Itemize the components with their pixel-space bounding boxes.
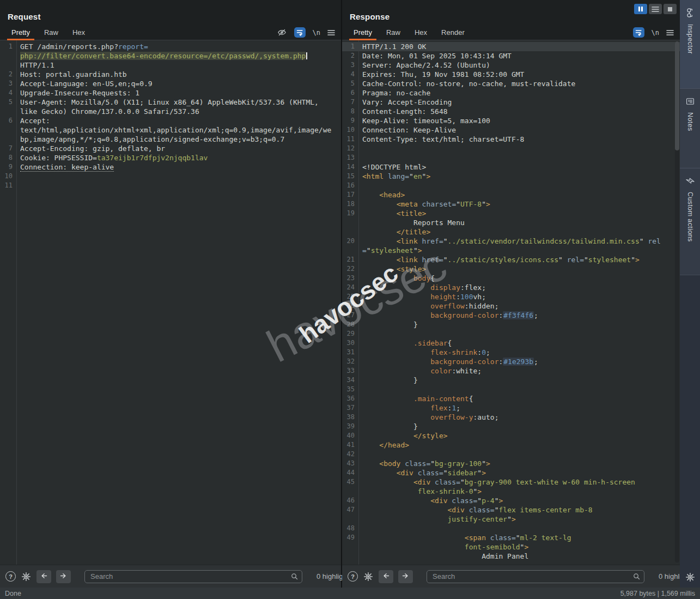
line-number [342, 515, 359, 524]
line-number: 11 [342, 135, 359, 144]
request-editor[interactable]: 1GET /admin/reports.php?report=php://fil… [0, 40, 341, 565]
line-number [0, 125, 17, 135]
line-number: 17 [342, 190, 359, 199]
sidebar-item-label: Inspector [686, 24, 694, 54]
arrow-right-icon [59, 572, 68, 581]
sidebar-item-notes[interactable]: Notes [680, 88, 700, 168]
response-tab-raw[interactable]: Raw [379, 26, 407, 40]
line-number: 23 [342, 274, 359, 283]
gear-icon[interactable] [363, 571, 374, 582]
help-icon[interactable]: ? [348, 571, 358, 582]
search-input[interactable] [84, 570, 302, 583]
pause-button[interactable] [634, 4, 647, 14]
stop-button[interactable] [664, 4, 677, 14]
line-number: 1 [0, 42, 17, 51]
line-number [342, 227, 359, 237]
menu-icon[interactable] [666, 29, 674, 36]
line-number: 21 [342, 255, 359, 264]
arrow-left-icon [382, 572, 390, 581]
forward-arrow-button[interactable] [56, 570, 71, 583]
code-line: 39 } [342, 422, 680, 431]
line-number [342, 487, 359, 496]
word-wrap-icon[interactable] [633, 27, 644, 38]
line-number: 47 [342, 505, 359, 515]
back-arrow-button[interactable] [379, 570, 393, 583]
newline-icon[interactable]: \n [313, 29, 320, 37]
code-line: 47 <div class="flex items-center mb-8 [342, 505, 680, 515]
glasses-icon [685, 8, 695, 18]
code-line: 6Pragma: no-cache [342, 88, 680, 98]
response-panel: Response PrettyRawHexRender \n 1HTTP/1.1… [342, 0, 680, 588]
code-line: php://filter/convert.base64-encode/resou… [0, 51, 341, 60]
line-number: 34 [342, 376, 359, 385]
line-number: 12 [342, 144, 359, 153]
request-search-bar: ? 0 highlights [0, 565, 341, 588]
help-icon[interactable]: ? [5, 571, 16, 582]
code-line: 13 [342, 153, 680, 162]
code-line: 17 <head> [342, 190, 680, 199]
code-line: flex-shrink-0"> [342, 487, 680, 496]
gear-icon[interactable] [680, 572, 700, 583]
code-line: text/html,application/xhtml+xml,applicat… [0, 125, 341, 135]
hidden-chars-icon[interactable] [277, 27, 287, 38]
newline-icon[interactable]: \n [652, 29, 659, 37]
code-line: 19 <title> [342, 209, 680, 218]
magnifier-icon [632, 572, 641, 583]
line-number: 9 [342, 116, 359, 125]
line-number: 2 [342, 51, 359, 60]
code-line: 49 <span class="ml-2 text-lg [342, 533, 680, 542]
code-line: 10Connection: Keep-Alive [342, 125, 680, 135]
line-number: 1 [342, 42, 359, 51]
code-line: Admin Panel [342, 552, 680, 561]
request-tab-hex[interactable]: Hex [65, 26, 92, 40]
code-line: HTTP/1.1 [0, 60, 341, 70]
line-number [342, 542, 359, 552]
scrollbar-thumb[interactable] [675, 41, 679, 150]
code-line: 42 [342, 450, 680, 459]
sidebar-item-inspector[interactable]: Inspector [680, 0, 700, 88]
line-number: 41 [342, 440, 359, 450]
response-tab-render[interactable]: Render [434, 26, 472, 40]
request-tab-pretty[interactable]: Pretty [4, 26, 37, 40]
sidebar-filler [680, 275, 700, 588]
line-number: 40 [342, 431, 359, 440]
line-number: 4 [342, 70, 359, 79]
code-line: 15<html lang="en"> [342, 172, 680, 181]
request-tabbar: PrettyRawHex \n [0, 26, 341, 40]
code-line: font-semibold"> [342, 542, 680, 552]
line-number: 15 [342, 172, 359, 181]
response-tab-pretty[interactable]: Pretty [346, 26, 379, 40]
sidebar-item-custom-actions[interactable]: Custom actions [680, 168, 700, 275]
line-number: 11 [0, 181, 17, 190]
menu-icon[interactable] [327, 29, 335, 36]
line-number: 3 [342, 60, 359, 70]
line-number [342, 552, 359, 561]
code-line: 8Content-Length: 5648 [342, 107, 680, 116]
code-line: bp,image/apng,*/*;q=0.8,application/sign… [0, 135, 341, 144]
code-line: 7Vary: Accept-Encoding [342, 98, 680, 107]
code-line: 24 display:flex; [342, 283, 680, 292]
search-input[interactable] [427, 570, 644, 583]
response-editor[interactable]: 1HTTP/1.1 200 OK2Date: Mon, 01 Sep 2025 … [342, 40, 680, 565]
request-tab-raw[interactable]: Raw [37, 26, 65, 40]
code-line: 43 <body class="bg-gray-100"> [342, 459, 680, 468]
code-line: 20 <link href="../static/vendor/tailwind… [342, 237, 680, 246]
line-number: 25 [342, 292, 359, 301]
line-number: 7 [0, 144, 17, 153]
line-number: 36 [342, 394, 359, 403]
code-line: 2Date: Mon, 01 Sep 2025 10:43:14 GMT [342, 51, 680, 60]
arrow-right-icon [401, 572, 410, 581]
code-line: 8Cookie: PHPSESSID=ta37eijb1r7dfpjv2njqq… [0, 153, 341, 162]
gear-icon[interactable] [21, 571, 32, 582]
code-line: 14<!DOCTYPE html> [342, 162, 680, 172]
forward-arrow-button[interactable] [398, 570, 413, 583]
scrollbar-track[interactable] [675, 41, 679, 562]
word-wrap-icon[interactable] [294, 27, 306, 38]
note-icon [685, 96, 695, 106]
response-tab-hex[interactable]: Hex [407, 26, 434, 40]
code-line: justify-center"> [342, 515, 680, 524]
menu-button[interactable] [649, 4, 662, 14]
line-number: 6 [0, 116, 17, 125]
back-arrow-button[interactable] [36, 570, 51, 583]
menu-icon [652, 6, 659, 13]
